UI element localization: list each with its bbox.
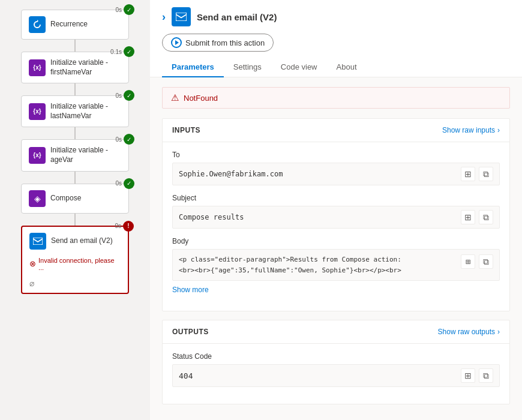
- warning-icon: ⚠: [171, 92, 179, 103]
- recurrence-label: Recurrence: [50, 20, 88, 29]
- node-init-firstname[interactable]: {x} Initialize variable - firstNameVar 0…: [21, 52, 129, 83]
- expand-button[interactable]: ›: [162, 11, 166, 23]
- init-firstname-badge: 0.1s ✓: [110, 46, 134, 57]
- inputs-section-body: To Sophie.Owen@fabrikam.com ⊞ ⧉ Subject …: [163, 142, 509, 311]
- show-raw-outputs-link[interactable]: Show raw outputs ›: [438, 328, 500, 336]
- outputs-section: OUTPUTS Show raw outputs › Status Code 4…: [162, 320, 510, 404]
- to-label: To: [172, 151, 500, 159]
- compose-icon: ◈: [29, 190, 46, 207]
- not-found-text: NotFound: [184, 94, 218, 103]
- body-text: <p class="editor-paragraph">Results from…: [179, 254, 461, 275]
- init-lastname-time: 0s: [115, 92, 122, 99]
- subject-value-row: Compose results ⊞ ⧉: [172, 206, 500, 229]
- init-firstname-time: 0.1s: [110, 49, 122, 55]
- status-code-label: Status Code: [172, 352, 500, 361]
- send-email-error-icon: !: [123, 221, 134, 232]
- not-found-banner: ⚠ NotFound: [162, 87, 510, 109]
- subject-field-group: Subject Compose results ⊞ ⧉: [172, 194, 500, 229]
- status-code-value: 404: [179, 371, 461, 380]
- subject-grid-icon-btn[interactable]: ⊞: [461, 210, 475, 224]
- inputs-section-header: INPUTS Show raw inputs ›: [163, 119, 509, 142]
- subject-copy-icon-btn[interactable]: ⧉: [479, 210, 493, 224]
- node-recurrence[interactable]: Recurrence 0s ✓: [21, 10, 129, 40]
- inputs-section: INPUTS Show raw inputs › To Sophie.Owen@…: [162, 118, 510, 311]
- to-value-row: Sophie.Owen@fabrikam.com ⊞ ⧉: [172, 163, 500, 185]
- init-age-success-icon: ✓: [124, 134, 134, 145]
- outputs-section-body: Status Code 404 ⊞ ⧉: [163, 344, 509, 404]
- init-firstname-success-icon: ✓: [124, 46, 134, 57]
- init-age-time: 0s: [115, 136, 122, 143]
- connector-1: [74, 40, 76, 52]
- to-copy-icon-btn[interactable]: ⧉: [479, 167, 493, 181]
- tab-parameters[interactable]: Parameters: [162, 59, 224, 77]
- content-area: ⚠ NotFound INPUTS Show raw inputs › To S…: [150, 77, 522, 420]
- outputs-chevron-right-icon: ›: [497, 328, 500, 336]
- subject-field-actions: ⊞ ⧉: [461, 210, 493, 224]
- to-value: Sophie.Owen@fabrikam.com: [179, 170, 461, 178]
- status-code-grid-icon-btn[interactable]: ⊞: [461, 368, 475, 383]
- to-grid-icon-btn[interactable]: ⊞: [461, 167, 475, 181]
- body-code: <p class="editor-paragraph">Results from…: [179, 254, 493, 275]
- init-lastname-label: Initialize variable - lastNameVar: [50, 102, 121, 121]
- submit-from-action-button[interactable]: Submit from this action: [162, 34, 274, 52]
- body-copy-icon-btn[interactable]: ⧉: [479, 254, 493, 269]
- node-compose[interactable]: ◈ Compose 0s ✓: [21, 184, 129, 214]
- init-age-icon: {x}: [29, 147, 46, 164]
- action-title-row: › Send an email (V2): [162, 7, 510, 26]
- compose-time: 0s: [115, 180, 122, 187]
- status-code-field-actions: ⊞ ⧉: [461, 368, 493, 383]
- send-email-time: 0s: [115, 223, 121, 229]
- show-raw-inputs-link[interactable]: Show raw inputs ›: [442, 126, 500, 134]
- node-init-lastname[interactable]: {x} Initialize variable - lastNameVar 0s…: [21, 95, 129, 127]
- outputs-section-header: OUTPUTS Show raw outputs ›: [163, 320, 509, 344]
- recurrence-badge: 0s ✓: [115, 4, 134, 15]
- send-email-icon: [29, 233, 46, 250]
- right-panel: › Send an email (V2) Submit from this ac…: [150, 0, 522, 420]
- status-code-value-row: 404 ⊞ ⧉: [172, 364, 500, 387]
- body-label: Body: [172, 237, 500, 245]
- init-firstname-icon: {x}: [29, 59, 46, 76]
- init-firstname-label: Initialize variable - firstNameVar: [50, 58, 121, 77]
- submit-play-icon: [171, 37, 182, 48]
- body-grid-icon-btn[interactable]: ⊞: [461, 254, 475, 269]
- show-more-link[interactable]: Show more: [172, 281, 500, 294]
- action-icon: [172, 7, 191, 26]
- init-age-badge: 0s ✓: [115, 134, 134, 145]
- status-code-field-group: Status Code 404 ⊞ ⧉: [172, 352, 500, 387]
- recurrence-success-icon: ✓: [124, 4, 134, 15]
- body-value-row: <p class="editor-paragraph">Results from…: [172, 249, 500, 281]
- tabs-container: Parameters Settings Code view About: [162, 59, 510, 77]
- recurrence-time: 0s: [115, 7, 122, 13]
- send-email-label: Send an email (V2): [51, 236, 113, 246]
- tab-codeview[interactable]: Code view: [271, 59, 327, 77]
- svg-rect-0: [33, 238, 43, 245]
- compose-badge: 0s ✓: [115, 178, 134, 189]
- tab-about[interactable]: About: [327, 59, 367, 77]
- connector-2: [74, 83, 76, 95]
- body-field-group: Body <p class="editor-paragraph">Results…: [172, 237, 500, 294]
- left-panel: Recurrence 0s ✓ {x} Initialize variable …: [0, 0, 150, 420]
- subject-value: Compose results: [179, 213, 461, 221]
- to-field-group: To Sophie.Owen@fabrikam.com ⊞ ⧉: [172, 151, 500, 185]
- outputs-title: OUTPUTS: [172, 328, 209, 336]
- recurrence-icon: [29, 16, 46, 33]
- compose-label: Compose: [50, 194, 81, 203]
- tab-settings[interactable]: Settings: [224, 59, 271, 77]
- connector-4: [74, 172, 76, 184]
- init-lastname-icon: {x}: [29, 103, 46, 120]
- inputs-title: INPUTS: [172, 126, 200, 134]
- send-email-badge: 0s !: [115, 221, 134, 232]
- init-lastname-success-icon: ✓: [124, 90, 134, 101]
- to-field-actions: ⊞ ⧉: [461, 167, 493, 181]
- init-lastname-badge: 0s ✓: [115, 90, 134, 101]
- status-code-copy-icon-btn[interactable]: ⧉: [479, 368, 493, 383]
- subject-label: Subject: [172, 194, 500, 202]
- node-send-email[interactable]: Send an email (V2) 0s ! ⊗ Invalid connec…: [21, 226, 129, 294]
- right-header: › Send an email (V2) Submit from this ac…: [150, 0, 522, 77]
- send-email-error-msg: ⊗ Invalid connection, please ...: [29, 257, 121, 271]
- chevron-right-icon: ›: [497, 126, 500, 134]
- node-init-age[interactable]: {x} Initialize variable - ageVar 0s ✓: [21, 139, 129, 171]
- svg-rect-1: [176, 13, 187, 21]
- connector-3: [74, 127, 76, 139]
- connector-5: [74, 214, 76, 226]
